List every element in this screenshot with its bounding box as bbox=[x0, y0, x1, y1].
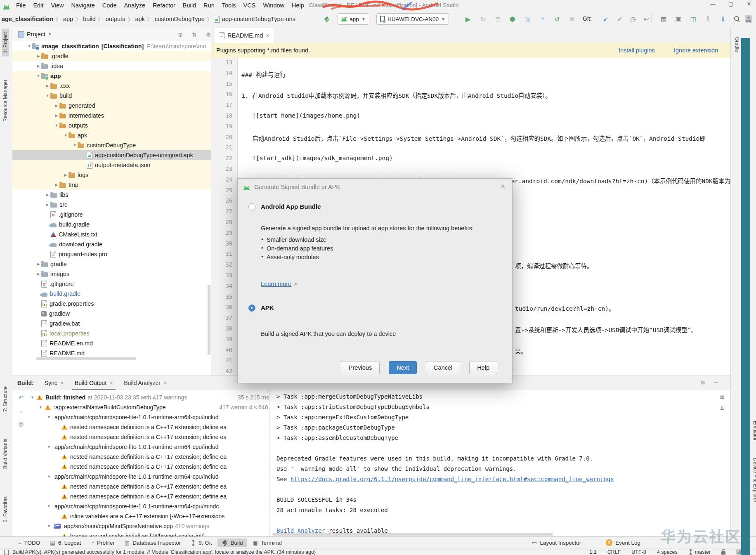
radio-android-app-bundle[interactable] bbox=[248, 203, 255, 210]
tool-stripe-gradle[interactable]: Gradle bbox=[733, 34, 741, 55]
build-tree-row[interactable]: ▼app/src/main/cpp/mindspore-lite-1.0.1-r… bbox=[27, 472, 269, 482]
tree-arrow-icon[interactable]: ▼ bbox=[39, 405, 44, 409]
menu-vcs[interactable]: VCS bbox=[240, 2, 260, 9]
tree-item-intermediates[interactable]: ▶intermediates bbox=[12, 111, 211, 120]
build-tree-row[interactable]: inline variables are a C++17 extension [… bbox=[27, 511, 269, 521]
close-icon[interactable]: ✕ bbox=[266, 33, 269, 38]
tool-stripe-1-project[interactable]: 1: Project bbox=[2, 29, 9, 57]
tree-arrow-icon[interactable]: ▶ bbox=[45, 203, 50, 207]
option-apk-label[interactable]: APK bbox=[261, 304, 274, 311]
menu-build[interactable]: Build bbox=[179, 2, 200, 9]
close-icon[interactable]: ✕ bbox=[163, 380, 167, 386]
status-item-utf-8[interactable]: UTF-8 bbox=[631, 549, 646, 555]
soft-wrap-icon[interactable]: ≣ bbox=[720, 393, 725, 400]
tree-arrow-icon[interactable]: ▶ bbox=[54, 104, 59, 108]
next-button[interactable]: Next bbox=[389, 361, 417, 374]
learn-more-link[interactable]: Learn more ↗ bbox=[261, 281, 297, 287]
device-manager-icon[interactable]: ▣ bbox=[673, 14, 683, 24]
build-tree-row[interactable]: ▼:app:externalNativeBuildCustomDebugType… bbox=[27, 402, 269, 412]
run-icon[interactable]: ▶ bbox=[463, 14, 473, 24]
status-item-crlf[interactable]: CRLF bbox=[607, 549, 621, 555]
tree-arrow-icon[interactable]: ▶ bbox=[35, 54, 41, 58]
tree-arrow-icon[interactable]: ▼ bbox=[63, 133, 69, 137]
tree-item-generated[interactable]: ▶generated bbox=[12, 101, 211, 111]
build-tree-row[interactable]: nested namespace definition is a C++17 e… bbox=[27, 432, 269, 442]
menu-file[interactable]: File bbox=[12, 2, 29, 9]
status-git-branch[interactable]: master bbox=[688, 549, 711, 555]
debug-icon[interactable]: ⬢ bbox=[508, 14, 517, 24]
avd-manager-icon[interactable]: ◫ bbox=[688, 14, 698, 24]
tree-item-customdebugtype[interactable]: ▼customDebugType bbox=[12, 140, 211, 150]
build-tree-row[interactable]: nested namespace definition is a C++17 e… bbox=[27, 491, 269, 501]
tree-arrow-icon[interactable]: ▼ bbox=[72, 143, 78, 147]
tree-arrow-icon[interactable]: ▶ bbox=[35, 272, 41, 276]
status-item-1-1[interactable]: 1:1 bbox=[589, 549, 596, 555]
history-icon[interactable]: ◷ bbox=[628, 14, 638, 24]
build-settings-icon[interactable]: ⚙ bbox=[698, 378, 707, 387]
search-everywhere-icon[interactable] bbox=[732, 14, 742, 24]
tree-item--idea[interactable]: ▶.idea bbox=[12, 61, 211, 71]
build-tree-row[interactable]: nested namespace definition is a C++17 e… bbox=[27, 422, 269, 432]
build-tab-build-analyzer[interactable]: Build Analyzer✕ bbox=[124, 376, 167, 390]
menu-view[interactable]: View bbox=[47, 2, 67, 9]
tree-item-proguard-rules-pro[interactable]: proguard-rules.pro bbox=[12, 249, 211, 259]
restart-build-icon[interactable]: ↶ bbox=[19, 394, 24, 401]
help-button[interactable]: Help bbox=[469, 361, 497, 374]
update-project-icon[interactable]: ↙ bbox=[601, 14, 611, 24]
tree-item-src[interactable]: ▶src bbox=[12, 200, 211, 210]
tree-item-image-classification[interactable]: ▼image_classification[Classification]F:\… bbox=[12, 41, 211, 51]
build-tree-row[interactable]: ▼app/src/main/cpp/mindspore-lite-1.0.1-r… bbox=[27, 412, 269, 422]
build-tree-row[interactable]: ▼app/src/main/cpp/MindSporeNetnative.cpp… bbox=[27, 521, 269, 531]
attach-debugger-icon[interactable]: ⇲ bbox=[522, 14, 532, 24]
tree-arrow-icon[interactable]: ▼ bbox=[47, 475, 52, 479]
profiler-icon[interactable]: ◔ bbox=[537, 14, 547, 24]
build-tree-row[interactable]: ▼app/src/main/cpp/mindspore-lite-1.0.1-r… bbox=[27, 501, 269, 511]
close-icon[interactable]: ✕ bbox=[60, 380, 64, 386]
stop-icon[interactable]: ■ bbox=[567, 14, 577, 24]
console-link[interactable]: https://docs.gradle.org/6.1.1/userguide/… bbox=[291, 476, 614, 482]
tool-stripe-resource-manager[interactable]: Resource Manager bbox=[2, 76, 9, 125]
radio-apk[interactable] bbox=[248, 305, 255, 312]
tree-item-tmp[interactable]: ▶tmp bbox=[12, 180, 211, 190]
build-hammer-icon[interactable] bbox=[324, 16, 330, 23]
rerun-icon[interactable]: ↻ bbox=[478, 14, 488, 24]
hide-build-panel-icon[interactable]: ─ bbox=[711, 378, 721, 387]
tree-arrow-icon[interactable]: ▼ bbox=[31, 395, 36, 399]
breadcrumb-item[interactable]: apk bbox=[134, 16, 145, 22]
tree-arrow-icon[interactable]: ▶ bbox=[63, 173, 69, 177]
tree-item-app[interactable]: ▼app bbox=[12, 71, 211, 81]
tree-item--gradle[interactable]: ▶.gradle bbox=[12, 51, 211, 61]
minimize-button[interactable]: — bbox=[709, 1, 716, 7]
tree-arrow-icon[interactable]: ▶ bbox=[45, 84, 50, 88]
profile-avatar[interactable] bbox=[744, 14, 754, 24]
menu-run[interactable]: Run bbox=[200, 2, 218, 9]
tree-arrow-icon[interactable]: ▼ bbox=[45, 94, 50, 98]
tab-readme[interactable]: README.md ✕ bbox=[215, 28, 274, 44]
tree-item-gradlew-bat[interactable]: gradlew.bat bbox=[12, 319, 211, 328]
tree-item-libs[interactable]: ▶libs bbox=[12, 190, 211, 200]
menu-tools[interactable]: Tools bbox=[218, 2, 240, 9]
build-tree-row[interactable]: braces around scalar initializer [-Wbrac… bbox=[27, 531, 269, 537]
tree-item--gitignore[interactable]: .gitignore bbox=[12, 210, 211, 220]
sdk-manager-icon[interactable]: ⇓ bbox=[718, 14, 728, 24]
tree-item-build-gradle[interactable]: build.gradle bbox=[12, 289, 211, 299]
tree-item--gitignore[interactable]: .gitignore bbox=[12, 279, 211, 289]
tree-arrow-icon[interactable]: ▼ bbox=[47, 445, 52, 449]
toolwindow-button-profiler[interactable]: ◔Profiler bbox=[87, 538, 119, 547]
device-selector[interactable]: HUAWEI DVC-AN00 ▼ bbox=[376, 13, 449, 25]
toolwindow-button-6-logcat[interactable]: ▤6: Logcat bbox=[46, 538, 85, 547]
profile-app-icon[interactable]: ↺ bbox=[552, 14, 562, 24]
sync-gradle-icon[interactable]: ⇩ bbox=[703, 14, 713, 24]
tree-item-app-customdebugtype-unsigned-apk[interactable]: app-customDebugType-unsigned.apk bbox=[12, 150, 211, 160]
build-tab-build-output[interactable]: Build Output✕ bbox=[75, 376, 113, 390]
tree-arrow-icon[interactable]: ▼ bbox=[47, 415, 52, 419]
tree-arrow-icon[interactable]: ▶ bbox=[54, 183, 59, 187]
tree-item-readme-en-md[interactable]: README.en.md bbox=[12, 338, 211, 348]
build-console[interactable]: > Task :app:mergeCustomDebugTypeNativeLi… bbox=[270, 390, 730, 537]
previous-button[interactable]: Previous bbox=[341, 361, 380, 374]
breadcrumb-item[interactable]: app bbox=[62, 16, 74, 22]
tree-item--cxx[interactable]: ▶.cxx bbox=[12, 81, 211, 91]
tree-arrow-icon[interactable]: ▶ bbox=[54, 113, 59, 118]
tree-item-images[interactable]: ▶images bbox=[12, 269, 211, 279]
toolwindow-button-9-git[interactable]: 9: Git bbox=[187, 538, 216, 547]
